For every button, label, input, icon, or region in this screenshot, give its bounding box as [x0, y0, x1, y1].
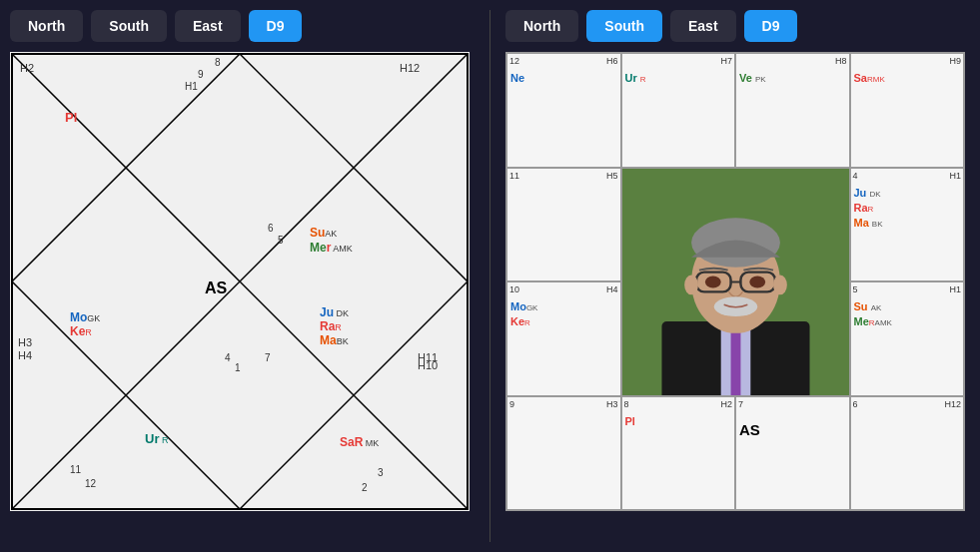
svg-text:AS: AS	[205, 279, 228, 296]
cell-11: 11 H5	[506, 168, 621, 282]
svg-point-66	[684, 275, 698, 294]
svg-text:KeR: KeR	[70, 324, 92, 338]
right-tab-north[interactable]: North	[505, 10, 578, 42]
center-image-cell	[621, 168, 850, 396]
svg-text:H3: H3	[18, 336, 32, 348]
svg-text:H12: H12	[400, 62, 420, 74]
svg-point-64	[749, 276, 765, 287]
left-tab-bar: North South East D9	[10, 10, 475, 42]
svg-point-67	[773, 275, 787, 294]
cell-12: 12 H6 Ne	[506, 53, 621, 168]
right-tab-bar: North South East D9	[505, 10, 970, 42]
cell-10: 10 H4 MoGK KeR	[506, 281, 621, 396]
right-tab-d9[interactable]: D9	[744, 10, 798, 42]
svg-text:11: 11	[70, 464, 82, 475]
left-panel: North South East D9	[10, 10, 475, 542]
cell-5: 5 H1 Su AK MeRAMK	[850, 281, 965, 396]
south-chart: 12 H6 Ne H7 Ur R H8 Ve PK H9 SaRMK 1	[505, 52, 965, 511]
svg-text:4: 4	[225, 352, 231, 363]
cell-4: 4 H1 Ju DK RaR Ma BK	[850, 168, 965, 282]
svg-text:SaR MK: SaR MK	[340, 435, 379, 449]
svg-text:H4: H4	[18, 349, 32, 361]
svg-text:H1: H1	[185, 81, 198, 92]
cell-7: 7 AS	[735, 396, 850, 511]
left-tab-north[interactable]: North	[10, 10, 83, 42]
svg-text:Mer AMK: Mer AMK	[310, 241, 353, 255]
north-chart: H2 Pl H12 8 9 H1 6 5 SuAK Mer AMK H11 Ju…	[10, 52, 470, 511]
cell-8: 8 H2 Pl	[621, 396, 736, 511]
cell-3: H9 SaRMK	[850, 53, 965, 168]
panel-divider	[490, 10, 490, 542]
right-tab-east[interactable]: East	[670, 10, 736, 42]
svg-text:1: 1	[235, 362, 241, 373]
svg-text:H10: H10	[418, 359, 438, 371]
svg-text:6: 6	[268, 223, 274, 234]
svg-text:H2: H2	[20, 62, 34, 74]
svg-text:9: 9	[198, 69, 204, 80]
svg-rect-54	[730, 325, 740, 394]
svg-point-63	[704, 276, 720, 287]
left-tab-d9[interactable]: D9	[249, 10, 303, 42]
svg-text:RaR: RaR	[320, 319, 342, 333]
cell-1: H7 Ur R	[621, 53, 736, 168]
svg-text:3: 3	[378, 467, 384, 478]
svg-text:5: 5	[278, 235, 284, 246]
svg-text:Ju DK: Ju DK	[320, 305, 349, 319]
cell-9: 9 H3	[506, 396, 621, 511]
svg-text:MaBK: MaBK	[320, 333, 349, 347]
svg-text:12: 12	[85, 478, 97, 489]
svg-text:8: 8	[215, 57, 221, 68]
svg-text:7: 7	[265, 352, 271, 363]
right-tab-south[interactable]: South	[586, 10, 662, 42]
cell-6: 6 H12	[850, 396, 965, 511]
svg-text:MoGK: MoGK	[70, 310, 100, 324]
cell-2: H8 Ve PK	[735, 53, 850, 168]
svg-text:Pl: Pl	[65, 110, 77, 125]
left-tab-east[interactable]: East	[175, 10, 241, 42]
left-tab-south[interactable]: South	[91, 10, 167, 42]
right-panel: North South East D9 12 H6 Ne H7 Ur R H8 …	[505, 10, 970, 542]
svg-text:2: 2	[362, 482, 368, 493]
svg-text:SuAK: SuAK	[310, 226, 337, 240]
